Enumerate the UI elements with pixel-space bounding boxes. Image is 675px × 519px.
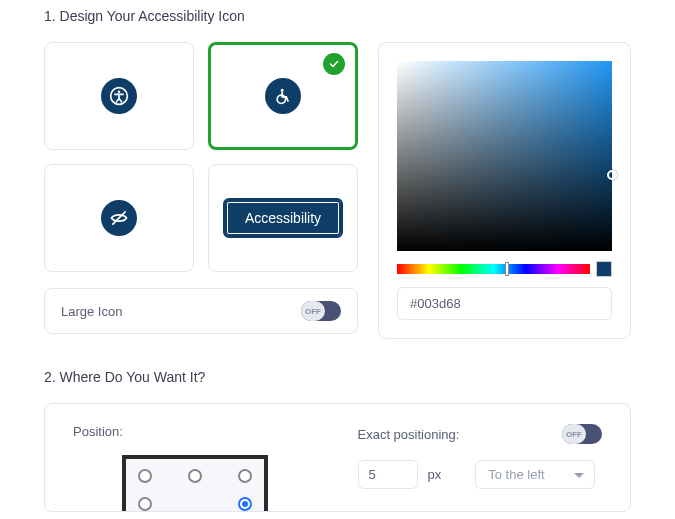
position-panel: Position:: [44, 403, 631, 512]
large-icon-row: Large Icon OFF: [44, 288, 358, 334]
svg-point-3: [277, 95, 285, 103]
position-grid: [122, 455, 268, 511]
svg-line-4: [112, 211, 125, 224]
exact-label: Exact positioning:: [358, 427, 460, 442]
icon-options-grid: Accessibility: [44, 42, 358, 272]
color-cursor: [607, 170, 617, 180]
check-icon: [323, 53, 345, 75]
position-label: Position:: [73, 424, 318, 439]
offset-x-input[interactable]: [358, 460, 418, 489]
eye-slash-icon: [101, 200, 137, 236]
large-icon-label: Large Icon: [61, 304, 122, 319]
toggle-knob: OFF: [301, 301, 325, 321]
wheelchair-icon: [265, 78, 301, 114]
svg-point-1: [118, 91, 121, 94]
icon-option-button[interactable]: Accessibility: [208, 164, 358, 272]
exact-toggle-knob: OFF: [562, 424, 586, 444]
icon-option-person[interactable]: [44, 42, 194, 150]
color-swatch: [596, 261, 612, 277]
color-saturation-area[interactable]: [397, 61, 612, 251]
pos-mid-left[interactable]: [138, 497, 152, 511]
pos-top-center[interactable]: [188, 469, 202, 483]
color-picker-panel: [378, 42, 631, 339]
exact-toggle[interactable]: OFF: [562, 424, 602, 444]
unit-x: px: [428, 467, 442, 482]
icon-option-wheelchair[interactable]: [208, 42, 358, 150]
accessibility-button-preview: Accessibility: [223, 198, 343, 238]
direction-x-dropdown[interactable]: To the left: [475, 460, 595, 489]
direction-x-value: To the left: [488, 467, 544, 482]
pos-top-right[interactable]: [238, 469, 252, 483]
large-icon-toggle[interactable]: OFF: [301, 301, 341, 321]
hue-handle: [505, 262, 509, 276]
section2-title: 2. Where Do You Want It?: [44, 369, 631, 385]
hue-slider[interactable]: [397, 264, 590, 274]
hex-input[interactable]: [397, 287, 612, 320]
section1-title: 1. Design Your Accessibility Icon: [44, 8, 631, 24]
icon-option-eye[interactable]: [44, 164, 194, 272]
pos-mid-right[interactable]: [238, 497, 252, 511]
pos-top-left[interactable]: [138, 469, 152, 483]
person-icon: [101, 78, 137, 114]
